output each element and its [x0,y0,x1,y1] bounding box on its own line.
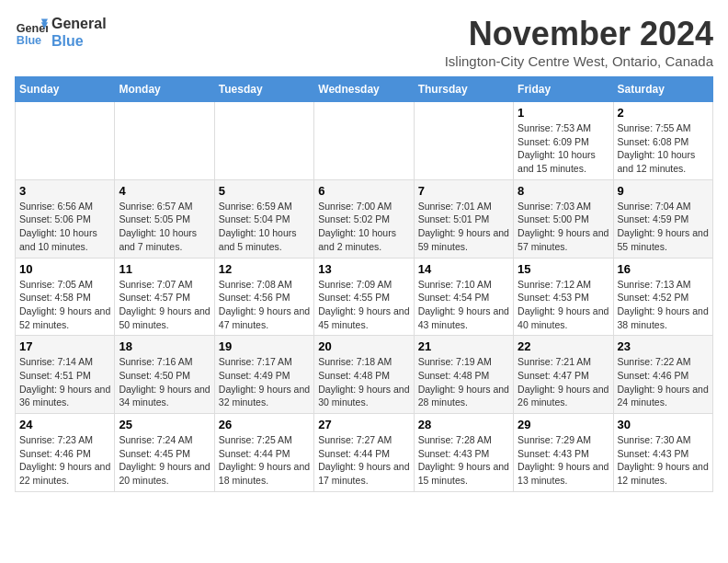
calendar-cell: 2Sunrise: 7:55 AM Sunset: 6:08 PM Daylig… [613,102,712,180]
calendar-cell: 5Sunrise: 6:59 AM Sunset: 5:04 PM Daylig… [214,179,313,258]
calendar-cell: 30Sunrise: 7:30 AM Sunset: 4:43 PM Dayli… [613,414,712,492]
weekday-header-thursday: Thursday [414,77,513,102]
day-number: 15 [518,262,609,276]
day-number: 13 [318,262,409,276]
calendar-cell: 13Sunrise: 7:09 AM Sunset: 4:55 PM Dayli… [314,258,414,336]
calendar-header: SundayMondayTuesdayWednesdayThursdayFrid… [16,77,713,102]
day-number: 18 [119,339,210,353]
page-header: General Blue General Blue November 2024 … [15,15,713,69]
day-number: 11 [119,262,210,276]
calendar-cell: 12Sunrise: 7:08 AM Sunset: 4:56 PM Dayli… [214,258,313,336]
day-number: 19 [219,339,310,353]
day-info: Sunrise: 6:57 AM Sunset: 5:05 PM Dayligh… [119,200,210,254]
day-info: Sunrise: 6:56 AM Sunset: 5:06 PM Dayligh… [19,200,110,254]
day-number: 5 [219,184,310,198]
day-info: Sunrise: 7:55 AM Sunset: 6:08 PM Dayligh… [618,121,709,176]
day-number: 6 [318,184,409,198]
day-number: 20 [318,339,409,353]
day-number: 12 [219,262,310,276]
calendar-cell: 4Sunrise: 6:57 AM Sunset: 5:05 PM Daylig… [115,179,214,258]
day-info: Sunrise: 7:24 AM Sunset: 4:45 PM Dayligh… [119,433,210,488]
day-info: Sunrise: 7:53 AM Sunset: 6:09 PM Dayligh… [518,121,609,176]
calendar-cell: 1Sunrise: 7:53 AM Sunset: 6:09 PM Daylig… [514,102,613,180]
day-info: Sunrise: 7:30 AM Sunset: 4:43 PM Dayligh… [618,433,709,488]
logo-general: General [51,15,107,32]
calendar-cell [16,102,115,180]
day-number: 26 [219,418,310,431]
day-info: Sunrise: 7:12 AM Sunset: 4:53 PM Dayligh… [518,278,609,332]
day-number: 22 [518,339,609,353]
day-info: Sunrise: 7:19 AM Sunset: 4:48 PM Dayligh… [418,355,509,409]
day-info: Sunrise: 7:07 AM Sunset: 4:57 PM Dayligh… [119,278,210,332]
day-number: 16 [618,262,709,276]
day-info: Sunrise: 7:08 AM Sunset: 4:56 PM Dayligh… [219,278,310,332]
calendar-subtitle: Islington-City Centre West, Ontario, Can… [445,53,713,69]
calendar-cell: 15Sunrise: 7:12 AM Sunset: 4:53 PM Dayli… [514,258,613,336]
calendar-cell: 3Sunrise: 6:56 AM Sunset: 5:06 PM Daylig… [16,179,115,258]
day-info: Sunrise: 7:22 AM Sunset: 4:46 PM Dayligh… [618,355,709,409]
day-info: Sunrise: 7:04 AM Sunset: 4:59 PM Dayligh… [618,200,709,254]
day-info: Sunrise: 7:01 AM Sunset: 5:01 PM Dayligh… [418,200,509,254]
day-info: Sunrise: 7:16 AM Sunset: 4:50 PM Dayligh… [119,355,210,409]
calendar-cell: 28Sunrise: 7:28 AM Sunset: 4:43 PM Dayli… [414,414,513,492]
day-number: 8 [518,184,609,198]
weekday-header-row: SundayMondayTuesdayWednesdayThursdayFrid… [16,77,713,102]
logo-blue: Blue [51,32,107,50]
weekday-header-wednesday: Wednesday [314,77,414,102]
day-info: Sunrise: 7:10 AM Sunset: 4:54 PM Dayligh… [418,278,509,332]
calendar-cell: 6Sunrise: 7:00 AM Sunset: 5:02 PM Daylig… [314,179,414,258]
weekday-header-saturday: Saturday [613,77,712,102]
calendar-title: November 2024 [445,15,713,53]
weekday-header-tuesday: Tuesday [214,77,313,102]
day-info: Sunrise: 7:09 AM Sunset: 4:55 PM Dayligh… [318,278,409,332]
day-number: 25 [119,418,210,431]
day-number: 9 [618,184,709,198]
day-number: 7 [418,184,509,198]
week-row-4: 17Sunrise: 7:14 AM Sunset: 4:51 PM Dayli… [16,336,713,414]
svg-text:Blue: Blue [17,34,41,47]
day-info: Sunrise: 7:13 AM Sunset: 4:52 PM Dayligh… [618,278,709,332]
day-info: Sunrise: 7:03 AM Sunset: 5:00 PM Dayligh… [518,200,609,254]
calendar-cell [214,102,313,180]
day-number: 17 [19,339,110,353]
calendar-cell [414,102,513,180]
day-number: 21 [418,339,509,353]
calendar-cell: 14Sunrise: 7:10 AM Sunset: 4:54 PM Dayli… [414,258,513,336]
calendar-cell [115,102,214,180]
calendar-cell: 29Sunrise: 7:29 AM Sunset: 4:43 PM Dayli… [514,414,613,492]
day-number: 10 [19,262,110,276]
calendar-cell: 16Sunrise: 7:13 AM Sunset: 4:52 PM Dayli… [613,258,712,336]
day-number: 14 [418,262,509,276]
calendar-cell: 19Sunrise: 7:17 AM Sunset: 4:49 PM Dayli… [214,336,313,414]
day-number: 3 [19,184,110,198]
day-number: 24 [19,418,110,431]
calendar-cell: 7Sunrise: 7:01 AM Sunset: 5:01 PM Daylig… [414,179,513,258]
day-info: Sunrise: 7:05 AM Sunset: 4:58 PM Dayligh… [19,278,110,332]
calendar-cell: 10Sunrise: 7:05 AM Sunset: 4:58 PM Dayli… [16,258,115,336]
day-number: 27 [318,418,409,431]
day-number: 23 [618,339,709,353]
day-info: Sunrise: 6:59 AM Sunset: 5:04 PM Dayligh… [219,200,310,254]
calendar-cell: 22Sunrise: 7:21 AM Sunset: 4:47 PM Dayli… [514,336,613,414]
day-number: 28 [418,418,509,431]
day-info: Sunrise: 7:25 AM Sunset: 4:44 PM Dayligh… [219,433,310,488]
day-number: 4 [119,184,210,198]
weekday-header-monday: Monday [115,77,214,102]
calendar-table: SundayMondayTuesdayWednesdayThursdayFrid… [15,76,713,492]
day-number: 2 [618,106,709,120]
calendar-cell: 24Sunrise: 7:23 AM Sunset: 4:46 PM Dayli… [16,414,115,492]
day-info: Sunrise: 7:28 AM Sunset: 4:43 PM Dayligh… [418,433,509,488]
calendar-cell: 8Sunrise: 7:03 AM Sunset: 5:00 PM Daylig… [514,179,613,258]
weekday-header-sunday: Sunday [16,77,115,102]
day-info: Sunrise: 7:17 AM Sunset: 4:49 PM Dayligh… [219,355,310,409]
calendar-cell: 18Sunrise: 7:16 AM Sunset: 4:50 PM Dayli… [115,336,214,414]
week-row-3: 10Sunrise: 7:05 AM Sunset: 4:58 PM Dayli… [16,258,713,336]
day-number: 30 [618,418,709,431]
day-info: Sunrise: 7:29 AM Sunset: 4:43 PM Dayligh… [518,433,609,488]
week-row-1: 1Sunrise: 7:53 AM Sunset: 6:09 PM Daylig… [16,102,713,180]
day-info: Sunrise: 7:18 AM Sunset: 4:48 PM Dayligh… [318,355,409,409]
day-number: 29 [518,418,609,431]
week-row-5: 24Sunrise: 7:23 AM Sunset: 4:46 PM Dayli… [16,414,713,492]
calendar-cell: 20Sunrise: 7:18 AM Sunset: 4:48 PM Dayli… [314,336,414,414]
calendar-cell: 11Sunrise: 7:07 AM Sunset: 4:57 PM Dayli… [115,258,214,336]
